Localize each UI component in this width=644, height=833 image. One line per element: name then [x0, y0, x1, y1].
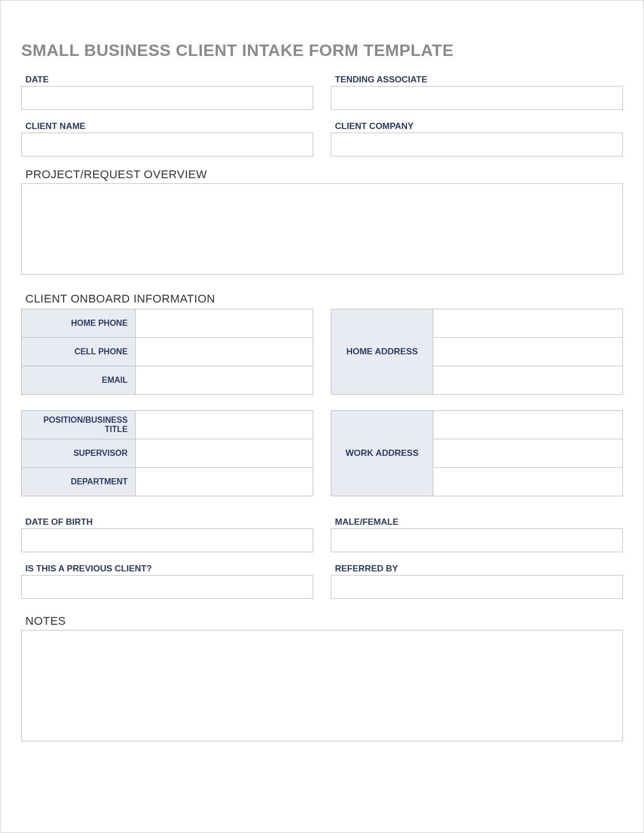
page-title: SMALL BUSINESS CLIENT INTAKE FORM TEMPLA…	[21, 41, 623, 60]
field-date: DATE	[21, 75, 313, 110]
cell-phone-input[interactable]	[135, 338, 313, 366]
home-address-line1-input[interactable]	[433, 309, 623, 338]
email-input[interactable]	[135, 366, 313, 395]
home-phone-label: HOME PHONE	[22, 309, 136, 338]
supervisor-label: SUPERVISOR	[22, 439, 136, 468]
gender-label: MALE/FEMALE	[335, 517, 623, 527]
position-label: POSITION/BUSINESS TITLE	[22, 411, 136, 439]
notes-input[interactable]	[21, 630, 623, 741]
row-date-associate: DATE TENDING ASSOCIATE	[21, 75, 623, 110]
home-address-line2-input[interactable]	[433, 338, 623, 366]
work-address-grid: WORK ADDRESS	[331, 410, 623, 496]
supervisor-input[interactable]	[135, 439, 313, 468]
client-company-label: CLIENT COMPANY	[335, 121, 623, 132]
work-address-line3-input[interactable]	[433, 468, 623, 496]
field-referred-by: REFERRED BY	[331, 564, 623, 599]
onboard-block-work: POSITION/BUSINESS TITLE SUPERVISOR DEPAR…	[21, 410, 623, 496]
previous-client-input[interactable]	[21, 575, 313, 599]
referred-by-input[interactable]	[331, 575, 623, 599]
notes-label: NOTES	[25, 614, 623, 628]
contact-left-grid: HOME PHONE CELL PHONE EMAIL	[21, 309, 313, 395]
row-client-name-company: CLIENT NAME CLIENT COMPANY	[21, 121, 623, 156]
home-address-grid: HOME ADDRESS	[331, 309, 623, 395]
row-previous-referred: IS THIS A PREVIOUS CLIENT? REFERRED BY	[21, 564, 623, 599]
client-onboard-heading: CLIENT ONBOARD INFORMATION	[25, 292, 623, 306]
department-input[interactable]	[135, 468, 313, 496]
dob-label: DATE OF BIRTH	[25, 517, 313, 527]
field-dob: DATE OF BIRTH	[21, 517, 313, 552]
client-name-label: CLIENT NAME	[25, 121, 313, 132]
work-address-line1-input[interactable]	[433, 411, 623, 439]
tending-associate-label: TENDING ASSOCIATE	[335, 75, 623, 85]
department-label: DEPARTMENT	[22, 468, 136, 496]
client-company-input[interactable]	[331, 133, 623, 156]
field-gender: MALE/FEMALE	[331, 517, 623, 552]
home-address-label: HOME ADDRESS	[331, 309, 433, 395]
onboard-block-contact: HOME PHONE CELL PHONE EMAIL HOME ADDRESS	[21, 309, 623, 395]
gender-input[interactable]	[331, 528, 623, 552]
work-address-label: WORK ADDRESS	[331, 411, 433, 496]
email-label: EMAIL	[22, 366, 136, 395]
field-client-name: CLIENT NAME	[21, 121, 313, 156]
work-address-line2-input[interactable]	[433, 439, 623, 468]
referred-by-label: REFERRED BY	[335, 564, 623, 574]
tending-associate-input[interactable]	[331, 86, 623, 110]
date-input[interactable]	[21, 86, 313, 110]
position-input[interactable]	[135, 411, 313, 439]
previous-client-label: IS THIS A PREVIOUS CLIENT?	[25, 564, 313, 574]
dob-input[interactable]	[21, 528, 313, 552]
row-dob-gender: DATE OF BIRTH MALE/FEMALE	[21, 517, 623, 552]
project-overview-label: PROJECT/REQUEST OVERVIEW	[25, 168, 623, 181]
client-name-input[interactable]	[21, 133, 313, 156]
field-client-company: CLIENT COMPANY	[331, 121, 623, 156]
field-previous-client: IS THIS A PREVIOUS CLIENT?	[21, 564, 313, 599]
field-tending-associate: TENDING ASSOCIATE	[331, 75, 623, 110]
date-label: DATE	[25, 75, 313, 85]
home-phone-input[interactable]	[135, 309, 313, 338]
home-address-line3-input[interactable]	[433, 366, 623, 395]
cell-phone-label: CELL PHONE	[22, 338, 136, 366]
work-left-grid: POSITION/BUSINESS TITLE SUPERVISOR DEPAR…	[21, 410, 313, 496]
project-overview-input[interactable]	[21, 183, 623, 275]
document-page: SMALL BUSINESS CLIENT INTAKE FORM TEMPLA…	[0, 0, 644, 833]
